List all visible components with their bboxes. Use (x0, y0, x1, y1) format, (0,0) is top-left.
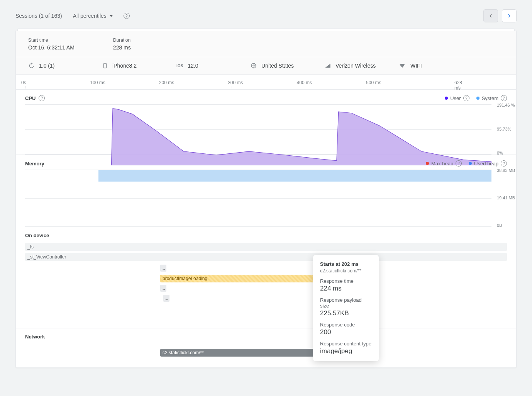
start-time-value: Oct 16, 6:32:11 AM (28, 44, 75, 51)
memory-title: Memory (25, 161, 44, 167)
on-device-section: On device _fs _st_ViewController ... pro… (16, 227, 516, 328)
memory-y-axis: 38.83 MB 19.41 MB 0B (495, 170, 516, 227)
network-title: Network (25, 334, 507, 340)
network-section: Network c2.staticflickr.com/** Starts at… (16, 328, 516, 367)
trace-stub[interactable]: ... (160, 285, 166, 292)
tick-500: 500 ms (366, 80, 381, 85)
wifi-icon (399, 63, 406, 69)
tooltip-code-label: Response code (320, 322, 372, 328)
trace-fs[interactable]: _fs (25, 243, 507, 251)
cpu-title: CPU ? (25, 95, 45, 101)
tick-400: 400 ms (297, 80, 312, 85)
nav-buttons (483, 9, 517, 22)
dot-icon (426, 162, 429, 165)
top-bar-left: Sessions (1 of 163) All percentiles ? (15, 13, 130, 19)
chevron-left-icon (488, 13, 493, 19)
start-time: Start time Oct 16, 6:32:11 AM (28, 37, 75, 51)
network-tooltip: Starts at 202 ms c2.staticflickr.com/** … (313, 255, 379, 361)
network-request-bar[interactable]: c2.staticflickr.com/** (160, 349, 315, 357)
chevron-down-icon (110, 15, 113, 17)
globe-icon (251, 63, 257, 69)
tooltip-ct-label: Response content type (320, 341, 372, 347)
axis-ticks: 0s 100 ms 200 ms 300 ms 400 ms 500 ms 62… (25, 80, 458, 89)
timeline-axis: 0s 100 ms 200 ms 300 ms 400 ms 500 ms 62… (16, 75, 516, 90)
help-icon[interactable]: ? (463, 95, 469, 101)
dot-icon (445, 97, 448, 100)
memory-plot: 38.83 MB 19.41 MB 0B (25, 170, 491, 227)
next-session-button[interactable] (502, 9, 517, 22)
cpu-section: CPU ? User? System? 191.46 % 95.73% 0% (16, 90, 516, 155)
trace-stub[interactable]: ... (160, 265, 166, 272)
tooltip-rt-label: Response time (320, 278, 372, 284)
device-model: iPhone8,2 (102, 63, 176, 69)
tick-0: 0s (21, 80, 26, 85)
chevron-right-icon (507, 13, 512, 19)
tooltip-ct-value: image/jpeg (320, 347, 372, 355)
help-icon[interactable]: ? (124, 13, 130, 19)
signal-icon (325, 63, 331, 69)
help-icon[interactable]: ? (39, 95, 45, 101)
dot-icon (469, 162, 472, 165)
percentile-label: All percentiles (73, 13, 107, 19)
tick-300: 300 ms (228, 80, 243, 85)
summary-section: Start time Oct 16, 6:32:11 AM Duration 2… (16, 31, 516, 57)
trace-viewcontroller[interactable]: _st_ViewController (25, 253, 507, 261)
history-icon (28, 63, 34, 69)
trace-stub[interactable]: ... (163, 295, 169, 302)
help-icon[interactable]: ? (501, 95, 507, 101)
tooltip-rt-value: 224 ms (320, 285, 372, 292)
tick-628: 628 ms (454, 80, 462, 91)
tooltip-code-value: 200 (320, 328, 372, 336)
tooltip-url: c2.staticflickr.com/** (320, 268, 372, 274)
session-card: Start time Oct 16, 6:32:11 AM Duration 2… (15, 30, 517, 368)
tick-100: 100 ms (90, 80, 105, 85)
prev-session-button (483, 9, 498, 22)
network-type: WIFI (399, 63, 473, 69)
on-device-title: On device (25, 233, 507, 238)
top-bar: Sessions (1 of 163) All percentiles ? (15, 9, 517, 22)
tick-200: 200 ms (159, 80, 174, 85)
memory-legend: Max heap? Used heap? (426, 160, 507, 167)
tooltip-size-label: Response payload size (320, 297, 372, 309)
used-heap-band (98, 170, 491, 182)
help-icon[interactable]: ? (501, 160, 507, 167)
cpu-plot: 191.46 % 95.73% 0% (25, 104, 491, 155)
os-version: iOS 12.0 (176, 63, 251, 69)
duration: Duration 228 ms (113, 37, 131, 51)
cpu-legend: User? System? (445, 95, 507, 101)
trace-product-image-loading[interactable]: productImageLoading (160, 275, 315, 282)
duration-value: 228 ms (113, 44, 131, 51)
percentile-dropdown[interactable]: All percentiles (73, 13, 113, 19)
app-version: 1.0 (1) (28, 63, 102, 69)
phone-icon (102, 63, 108, 69)
ios-icon: iOS (176, 64, 183, 68)
cpu-y-axis: 191.46 % 95.73% 0% (495, 104, 516, 155)
duration-label: Duration (113, 37, 131, 43)
help-icon[interactable]: ? (456, 160, 462, 167)
carrier: Verizon Wireless (325, 63, 399, 69)
svg-rect-0 (104, 63, 107, 68)
memory-section: Memory Max heap? Used heap? 38.83 MB 19.… (16, 155, 516, 227)
tooltip-start: Starts at 202 ms (320, 261, 372, 267)
device-section: 1.0 (1) iPhone8,2 iOS 12.0 United States… (16, 57, 516, 75)
tooltip-size-value: 225.57KB (320, 309, 372, 317)
sessions-count: Sessions (1 of 163) (15, 13, 62, 19)
start-time-label: Start time (28, 37, 75, 43)
country: United States (251, 63, 325, 69)
dot-icon (476, 97, 479, 100)
